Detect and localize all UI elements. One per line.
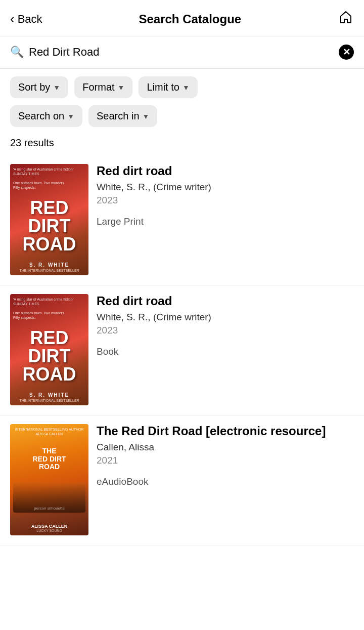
list-item[interactable]: 'A rising star of Australian crime ficti… [0, 156, 364, 286]
back-button[interactable]: ‹ Back [10, 11, 42, 27]
sort-by-filter[interactable]: Sort by ▼ [10, 76, 68, 98]
home-button[interactable] [338, 9, 354, 29]
book-info: Red dirt road White, S. R., (Crime write… [97, 164, 354, 227]
book-info: Red dirt road White, S. R., (Crime write… [97, 294, 354, 357]
sort-by-label: Sort by [18, 81, 50, 93]
format-arrow-icon: ▼ [118, 83, 125, 92]
search-in-filter[interactable]: Search in ▼ [88, 105, 157, 127]
search-on-arrow-icon: ▼ [67, 112, 74, 120]
sort-by-arrow-icon: ▼ [53, 83, 60, 92]
filter-row-1: Sort by ▼ Format ▼ Limit to ▼ [0, 68, 364, 103]
search-icon: 🔍 [10, 46, 24, 59]
format-filter[interactable]: Format ▼ [74, 76, 132, 98]
book-format: eAudioBook [97, 476, 354, 487]
back-chevron-icon: ‹ [10, 11, 15, 27]
limit-to-arrow-icon: ▼ [183, 83, 190, 92]
search-input[interactable] [29, 46, 334, 59]
book-title: Red dirt road [97, 294, 354, 309]
filter-row-2: Search on ▼ Search in ▼ [0, 103, 364, 134]
book-title: The Red Dirt Road [electronic resource] [97, 424, 354, 439]
book-cover: 'A rising star of Australian crime ficti… [10, 164, 88, 275]
format-label: Format [82, 81, 114, 93]
limit-to-filter[interactable]: Limit to ▼ [139, 76, 197, 98]
book-author: White, S. R., (Crime writer) [97, 312, 354, 323]
search-in-label: Search in [97, 110, 140, 122]
book-author: White, S. R., (Crime writer) [97, 182, 354, 193]
book-title: Red dirt road [97, 164, 354, 179]
search-in-arrow-icon: ▼ [143, 112, 150, 120]
book-author: Callen, Alissa [97, 442, 354, 453]
book-list: 'A rising star of Australian crime ficti… [0, 156, 364, 546]
search-on-label: Search on [18, 110, 64, 122]
book-format: Book [97, 346, 354, 357]
book-cover: INTERNATIONAL BESTSELLING AUTHORALISSA C… [10, 424, 88, 535]
list-item[interactable]: 'A rising star of Australian crime ficti… [0, 286, 364, 416]
book-info: The Red Dirt Road [electronic resource] … [97, 424, 354, 487]
page-title: Search Catalogue [139, 12, 241, 26]
search-on-filter[interactable]: Search on ▼ [10, 105, 82, 127]
back-label: Back [18, 13, 42, 26]
book-year: 2023 [97, 325, 354, 336]
book-year: 2021 [97, 455, 354, 466]
results-count: 23 results [0, 134, 364, 156]
home-icon [338, 9, 354, 25]
search-bar: 🔍 ✕ [0, 36, 364, 68]
header: ‹ Back Search Catalogue [0, 0, 364, 36]
limit-to-label: Limit to [147, 81, 179, 93]
list-item[interactable]: INTERNATIONAL BESTSELLING AUTHORALISSA C… [0, 416, 364, 546]
book-format: Large Print [97, 216, 354, 227]
book-year: 2023 [97, 195, 354, 206]
book-cover: 'A rising star of Australian crime ficti… [10, 294, 88, 405]
clear-search-button[interactable]: ✕ [339, 45, 354, 60]
